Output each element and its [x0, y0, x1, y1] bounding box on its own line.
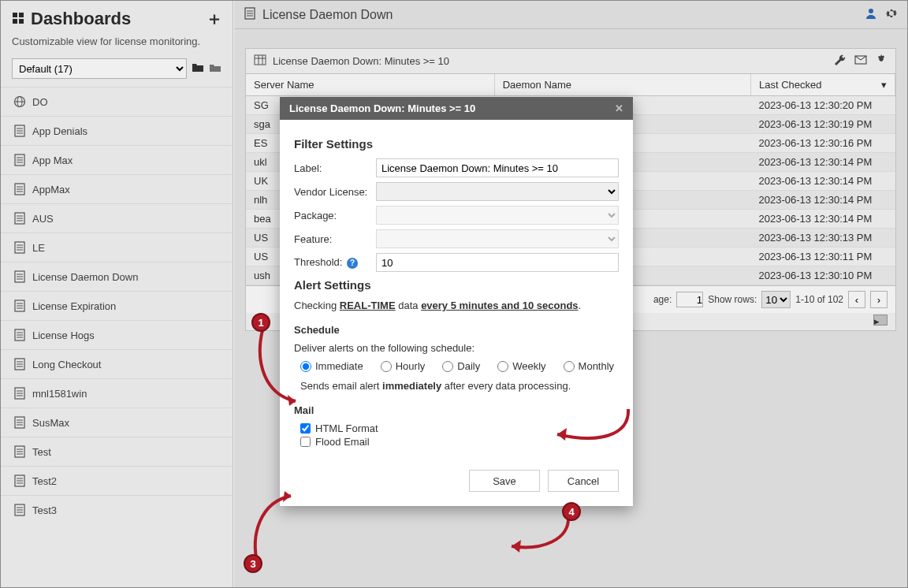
html-format-checkbox[interactable] — [300, 423, 311, 434]
flood-email-checkbox[interactable] — [300, 437, 311, 447]
alert-settings-text: Checking REAL-TIME data every 5 minutes … — [294, 300, 619, 311]
help-icon[interactable]: ? — [347, 258, 358, 269]
modal-title-bar: License Daemon Down: Minutes >= 10 ✕ — [280, 97, 633, 120]
schedule-label: Weekly — [512, 360, 545, 372]
row-vendor: Vendor License: — [294, 182, 619, 201]
modal-body: Filter Settings Label: Vendor License: P… — [280, 120, 633, 506]
threshold-input[interactable] — [376, 253, 619, 272]
alert-settings-heading: Alert Settings — [294, 278, 619, 292]
html-format-label: HTML Format — [315, 422, 378, 434]
schedule-description: Sends email alert immediately after ever… — [300, 380, 619, 392]
mail-html-row: HTML Format — [300, 422, 619, 434]
row-label: Label: — [294, 158, 619, 177]
vendor-select[interactable] — [376, 182, 619, 201]
schedule-option-daily[interactable]: Daily — [442, 360, 480, 372]
schedule-radio-weekly[interactable] — [497, 361, 508, 372]
label-label: Label: — [294, 162, 376, 174]
schedule-heading: Schedule — [294, 324, 619, 336]
modal-title: License Daemon Down: Minutes >= 10 — [289, 102, 475, 114]
row-feature: Feature: — [294, 229, 619, 248]
close-icon[interactable]: ✕ — [615, 102, 623, 114]
label-feature: Feature: — [294, 233, 376, 245]
flood-email-label: Flood Email — [315, 436, 370, 448]
label-vendor: Vendor License: — [294, 186, 376, 198]
modal-buttons: Save Cancel — [294, 470, 619, 492]
annotation-marker-4: 4 — [562, 502, 581, 521]
schedule-options: ImmediateHourlyDailyWeeklyMonthly — [300, 360, 619, 372]
schedule-radio-hourly[interactable] — [381, 361, 392, 372]
annotation-marker-3: 3 — [244, 554, 262, 573]
cancel-button[interactable]: Cancel — [548, 470, 619, 492]
feature-select[interactable] — [376, 229, 619, 248]
schedule-radio-monthly[interactable] — [564, 361, 575, 372]
row-package: Package: — [294, 206, 619, 225]
modal: License Daemon Down: Minutes >= 10 ✕ Fil… — [280, 97, 633, 506]
schedule-option-monthly[interactable]: Monthly — [564, 360, 615, 372]
schedule-label: Immediate — [315, 360, 363, 372]
schedule-label: Hourly — [396, 360, 426, 372]
schedule-option-immediate[interactable]: Immediate — [300, 360, 363, 372]
save-button[interactable]: Save — [469, 470, 540, 492]
schedule-option-weekly[interactable]: Weekly — [497, 360, 545, 372]
label-input[interactable] — [376, 158, 619, 177]
schedule-radio-immediate[interactable] — [300, 361, 311, 372]
annotation-marker-1: 1 — [251, 313, 270, 332]
label-threshold: Threshold: ? — [294, 256, 376, 269]
schedule-intro: Deliver alerts on the following schedule… — [294, 342, 619, 354]
mail-heading: Mail — [294, 404, 619, 416]
schedule-radio-daily[interactable] — [442, 361, 453, 372]
mail-flood-row: Flood Email — [300, 436, 619, 448]
schedule-label: Monthly — [579, 360, 615, 372]
row-threshold: Threshold: ? — [294, 253, 619, 272]
package-select[interactable] — [376, 206, 619, 225]
filter-settings-heading: Filter Settings — [294, 137, 619, 151]
schedule-label: Daily — [457, 360, 480, 372]
label-package: Package: — [294, 210, 376, 221]
schedule-option-hourly[interactable]: Hourly — [381, 360, 426, 372]
